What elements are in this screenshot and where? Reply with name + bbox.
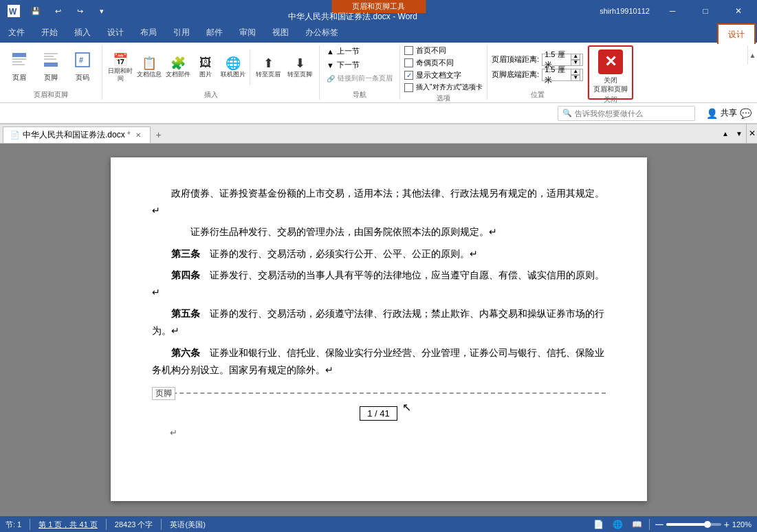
- prev-section-icon: ▲: [327, 47, 334, 56]
- header-btn[interactable]: 页眉: [4, 47, 34, 87]
- view-print-btn[interactable]: 📄: [591, 518, 605, 531]
- zoom-slider[interactable]: [666, 523, 721, 526]
- scroll-up-btn[interactable]: ▲: [718, 124, 732, 143]
- tab-design-doc[interactable]: 设计: [99, 22, 132, 43]
- tab-mailings[interactable]: 邮件: [198, 22, 231, 43]
- footer-distance-input[interactable]: 1.5 厘米 ▲ ▼: [542, 69, 583, 81]
- search-input[interactable]: [575, 109, 690, 118]
- goto-footer-btn[interactable]: ⬇ 转至页脚: [285, 49, 315, 85]
- svg-rect-5: [12, 64, 25, 65]
- tab-addins[interactable]: 办公标签: [297, 22, 347, 43]
- quick-access-dropdown[interactable]: ▾: [92, 0, 111, 22]
- group-insert: 📅 日期和时间 📋 文档信息 🧩 文档部件 🖼 图片 🌐 联机图片: [102, 45, 320, 100]
- new-tab-btn[interactable]: +: [151, 126, 167, 143]
- user-info[interactable]: shirh19910112: [594, 0, 655, 22]
- minimize-btn[interactable]: ─: [657, 0, 688, 22]
- save-quick-btn[interactable]: 💾: [26, 0, 45, 22]
- tab-references[interactable]: 引用: [165, 22, 198, 43]
- doc-info-btn[interactable]: 📋 文档信息: [135, 49, 163, 85]
- tab-view[interactable]: 视图: [264, 22, 297, 43]
- page-number-container: 1 / 41 ↖: [152, 399, 606, 428]
- picture-icon: 🖼: [199, 56, 212, 70]
- next-section-btn[interactable]: ▼ 下一节: [324, 59, 362, 71]
- doc-tab-close-btn[interactable]: ✕: [133, 131, 143, 140]
- page-info[interactable]: 第 1 页，共 41 页: [39, 520, 98, 530]
- scroll-down-btn[interactable]: ▼: [732, 124, 746, 143]
- window-title: 页眉和页脚工具 中华人民共和国证券法.docx - Word: [111, 5, 594, 17]
- svg-rect-8: [44, 58, 56, 60]
- zoom-out-btn[interactable]: ─: [655, 518, 663, 531]
- header-down-spin[interactable]: ▼: [571, 60, 580, 66]
- view-web-btn[interactable]: 🌐: [611, 518, 624, 531]
- svg-rect-3: [12, 58, 26, 60]
- title-bar: W 💾 ↩ ↪ ▾ 页眉和页脚工具 中华人民共和国证券法.docx - Word…: [0, 0, 757, 22]
- doc-tab-name: 中华人民共和国证券法.docx *: [23, 129, 131, 141]
- document-area: 政府债券、证券投资基金份额的上市交易，适用本法；其他法律、行政法规另有规定的，适…: [0, 144, 757, 516]
- show-doc-text-option[interactable]: 显示文档文字: [404, 70, 483, 80]
- share-label[interactable]: 共享: [721, 107, 737, 119]
- options-checkboxes: 首页不同 奇偶页不同 显示文档文字 插入"对齐方式"选项卡: [404, 45, 483, 92]
- group-insert-label: 插入: [204, 90, 218, 100]
- quick-access-toolbar: W 💾 ↩ ↪ ▾: [0, 0, 111, 22]
- view-read-btn[interactable]: 📖: [630, 518, 644, 531]
- tab-insert[interactable]: 插入: [66, 22, 99, 43]
- search-icon: 🔍: [562, 109, 572, 118]
- footer-spinners: ▲ ▼: [571, 69, 580, 81]
- tab-home[interactable]: 开始: [33, 22, 66, 43]
- tab-layout[interactable]: 布局: [132, 22, 165, 43]
- position-inputs: 页眉顶端距离: 1.5 厘米 ▲ ▼ 页脚底端距: [492, 45, 583, 89]
- close-doc-btn[interactable]: ✕: [746, 124, 757, 143]
- page-number-wrapper: 1 / 41 ↖: [360, 406, 397, 421]
- group-close: ✕ 关闭页眉和页脚 关闭: [588, 45, 633, 100]
- word-count: 28423 个字: [115, 520, 153, 530]
- para-article5: 第五条 证券的发行、交易活动，必须遵守法律、行政法规；禁止欺诈、内幕交易和操纵证…: [152, 305, 606, 340]
- restore-btn[interactable]: □: [690, 0, 721, 22]
- diff-first-option[interactable]: 首页不同: [404, 45, 483, 56]
- prev-section-btn[interactable]: ▲ 上一节: [324, 45, 362, 57]
- header-spinners: ▲ ▼: [571, 54, 580, 66]
- user-tools: 👤 共享 💬: [706, 107, 751, 119]
- next-section-icon: ▼: [327, 61, 334, 69]
- date-time-icon: 📅: [113, 52, 128, 67]
- footer-btn[interactable]: 页脚: [36, 47, 66, 87]
- footer-distance-row: 页脚底端距离: 1.5 厘米 ▲ ▼: [492, 69, 583, 81]
- redo-btn[interactable]: ↪: [70, 0, 89, 22]
- zoom-in-btn[interactable]: +: [724, 519, 729, 530]
- ribbon-scroll-area: ▲ ▼ ✕: [718, 124, 757, 143]
- insert-align-option[interactable]: 插入"对齐方式"选项卡: [404, 82, 483, 92]
- diff-first-checkbox[interactable]: [404, 46, 413, 55]
- link-icon: 🔗: [327, 75, 335, 82]
- diff-odd-even-checkbox[interactable]: [404, 58, 413, 67]
- doc-info-icon: 📋: [142, 56, 157, 71]
- tab-context-design[interactable]: 设计: [717, 23, 756, 44]
- close-header-footer-btn[interactable]: ✕ 关闭页眉和页脚: [593, 49, 628, 93]
- picture-btn[interactable]: 🖼 图片: [193, 49, 218, 85]
- options-checkbox-group: 首页不同 奇偶页不同 显示文档文字 插入"对齐方式"选项卡: [404, 45, 483, 92]
- diff-odd-even-option[interactable]: 奇偶页不同: [404, 58, 483, 68]
- show-doc-text-checkbox[interactable]: [404, 71, 413, 80]
- ribbon-collapse-btn[interactable]: ▲: [747, 45, 757, 65]
- close-btn-label: 关闭页眉和页脚: [593, 76, 628, 93]
- insert-align-checkbox[interactable]: [404, 83, 413, 92]
- footer-down-spin[interactable]: ▼: [571, 75, 580, 81]
- svg-rect-7: [44, 56, 54, 57]
- para-1: 政府债券、证券投资基金份额的上市交易，适用本法；其他法律、行政法规另有规定的，适…: [152, 185, 606, 219]
- close-btn[interactable]: ✕: [723, 0, 754, 22]
- tab-review[interactable]: 审阅: [231, 22, 264, 43]
- tab-file[interactable]: 文件: [0, 22, 33, 43]
- zoom-slider-thumb: [704, 521, 711, 528]
- svg-rect-2: [12, 53, 26, 57]
- goto-header-btn[interactable]: ⬆ 转至页眉: [253, 49, 283, 85]
- link-prev-btn[interactable]: 🔗 链接到前一条页眉: [324, 73, 395, 84]
- undo-btn[interactable]: ↩: [48, 0, 67, 22]
- sep4: [649, 519, 650, 530]
- online-picture-btn[interactable]: 🌐 联机图片: [219, 49, 247, 85]
- online-picture-icon: 🌐: [226, 56, 241, 71]
- app-icon: W: [4, 0, 23, 22]
- doc-tab[interactable]: 📄 中华人民共和国证券法.docx * ✕: [3, 126, 151, 143]
- group-nav-label: 导航: [353, 90, 366, 100]
- page-number-btn[interactable]: # 页码: [67, 47, 98, 87]
- doc-parts-btn[interactable]: 🧩 文档部件: [164, 49, 192, 85]
- doc-parts-icon: 🧩: [171, 56, 186, 71]
- date-time-btn[interactable]: 📅 日期和时间: [107, 49, 134, 85]
